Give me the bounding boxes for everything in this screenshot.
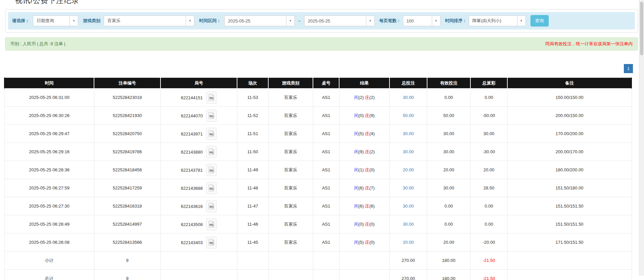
cell-session: 11-50 [237, 143, 268, 161]
records-table: 时间注单编号局号场次游戏类别桌号结果总投注有效投注总派彩备注 2025-05-2… [4, 77, 632, 280]
cell-session: 11-52 [237, 107, 268, 125]
game-category-value: 百家乐 [104, 16, 186, 26]
result-banker-label: 庄 [365, 131, 369, 136]
cell-payout: 0.00 [470, 197, 507, 215]
cell-bet-no: 522528419786 [94, 143, 160, 161]
grand-total-row-cell [268, 270, 313, 280]
cell-valid-bet: 50.00 [427, 107, 470, 125]
grand-total-row-cell [160, 270, 237, 280]
column-header: 总派彩 [470, 78, 507, 89]
cell-note: 150.00/150.00 [507, 89, 632, 107]
game-category-select[interactable]: 百家乐 ▼ [104, 15, 194, 26]
currency-total-text: 币别 : 人民币 | 总共 :9 注单 | [10, 41, 65, 47]
cell-table-no: AS1 [313, 125, 339, 143]
chevron-down-icon: ▼ [432, 16, 440, 26]
video-replay-button[interactable] [206, 182, 217, 194]
cell-time: 2025-05-25 06:27:30 [4, 197, 94, 215]
cell-total-bet: 30.00 [389, 215, 427, 233]
round-number: 622144070 [181, 113, 203, 118]
cell-valid-bet: 0.00 [427, 197, 470, 215]
grand-total-row: 总计9270.00180.00-21.50 [4, 270, 632, 280]
cell-valid-bet: 30.00 [427, 143, 470, 161]
cell-round-no: 622143880 [160, 143, 237, 161]
cell-result: 闲(5) 庄(0) [339, 233, 389, 251]
column-header: 有效投注 [427, 78, 470, 89]
video-file-icon [208, 112, 215, 119]
cell-valid-bet: 30.00 [427, 125, 470, 143]
cell-total-bet: 20.00 [389, 161, 427, 179]
subtotal-row-cell [313, 251, 339, 270]
cell-game-type: 百家乐 [268, 179, 313, 197]
query-type-label: 请选择： [12, 18, 30, 24]
game-category-label: 游戏类别 [83, 18, 100, 24]
total-bet-link[interactable]: 30.00 [403, 95, 414, 100]
total-bet-link[interactable]: 20.00 [403, 167, 414, 172]
scrollbar-thumb[interactable] [640, 2, 643, 55]
total-bet-link[interactable]: 30.00 [403, 185, 414, 190]
records-thead: 时间注单编号局号场次游戏类别桌号结果总投注有效投注总派彩备注 [4, 78, 632, 89]
cell-total-bet: 30.00 [389, 89, 427, 107]
video-replay-button[interactable] [206, 92, 217, 104]
cell-payout: -20.00 [470, 233, 507, 251]
result-banker-label: 庄 [365, 240, 369, 245]
date-from-select[interactable]: 2025-05-25 ▼ [224, 15, 295, 26]
cell-result: 闲(9) 庄(2) [339, 143, 389, 161]
video-replay-button[interactable] [206, 218, 217, 230]
total-bet-link[interactable]: 50.00 [403, 113, 414, 118]
total-bet-link[interactable]: 30.00 [403, 149, 414, 154]
cell-session: 11-53 [237, 89, 268, 107]
video-replay-button[interactable] [206, 200, 217, 212]
result-banker-label: 庄 [365, 113, 369, 118]
subtotal-row-cell: 9 [94, 251, 160, 270]
cell-note: 151.50/151.50 [507, 197, 632, 215]
cell-total-bet: 30.00 [389, 197, 427, 215]
video-replay-button[interactable] [206, 110, 217, 122]
video-file-icon [208, 203, 215, 210]
column-header: 局号 [160, 78, 237, 89]
subtotal-row-cell [507, 251, 632, 270]
total-bet-link[interactable]: 30.00 [403, 222, 414, 227]
scrollbar[interactable]: ▲ [639, 0, 644, 276]
total-bet-link[interactable]: 30.00 [403, 204, 414, 209]
video-replay-button[interactable] [206, 146, 217, 158]
cell-game-type: 百家乐 [268, 143, 313, 161]
time-order-select[interactable]: 降冪(由大到小) ▼ [469, 15, 526, 26]
table-row: 2025-05-25 06:26:08522528413566622143403… [4, 233, 632, 251]
search-button[interactable]: 查询 [531, 15, 549, 26]
cell-bet-no: 522528418456 [94, 161, 160, 179]
page-size-select[interactable]: 100 ▼ [403, 15, 441, 26]
table-row: 2025-05-25 06:31:00522528423018622144151… [4, 89, 632, 107]
grand-total-row-cell: 180.00 [427, 270, 470, 280]
video-replay-button[interactable] [206, 164, 217, 176]
video-replay-button[interactable] [206, 236, 217, 248]
cell-time: 2025-05-25 06:26:49 [4, 215, 94, 233]
total-bet-link[interactable]: 30.00 [403, 131, 414, 136]
grand-total-row-cell [237, 270, 268, 280]
chevron-down-icon: ▼ [366, 16, 374, 26]
result-player-label: 闲 [354, 167, 358, 172]
total-bet-link[interactable]: 20.00 [403, 240, 414, 245]
cell-note: 151.50/180.00 [507, 179, 632, 197]
time-order-value: 降冪(由大到小) [469, 16, 517, 26]
query-type-value: 日期查询 [33, 16, 70, 26]
cell-round-no: 622144151 [160, 89, 237, 107]
table-row: 2025-05-25 06:26:49522528414997622143508… [4, 215, 632, 233]
query-type-select[interactable]: 日期查询 ▼ [33, 15, 78, 26]
grand-total-row-cell [507, 270, 632, 280]
cell-note: 200.00/170.00 [507, 143, 632, 161]
cell-note: 171.50/151.50 [507, 233, 632, 251]
subtotal-row-cell [268, 251, 313, 270]
result-player-label: 闲 [354, 95, 358, 100]
date-to-select[interactable]: 2025-05-25 ▼ [304, 15, 375, 26]
column-header: 桌号 [313, 78, 339, 89]
table-row: 2025-05-25 06:29:16522528419786622143880… [4, 143, 632, 161]
subtotal-row: 小计9270.00180.00-21.50 [4, 251, 632, 270]
cell-total-bet: 30.00 [389, 143, 427, 161]
subtotal-row-cell: 小计 [4, 251, 94, 270]
video-file-icon [208, 94, 215, 101]
page-1-button[interactable]: 1 [624, 64, 633, 73]
cell-payout: 0.00 [470, 215, 507, 233]
round-number: 622143688 [181, 185, 203, 190]
scroll-up-arrow-icon[interactable]: ▲ [639, 0, 644, 1]
video-replay-button[interactable] [206, 128, 217, 140]
